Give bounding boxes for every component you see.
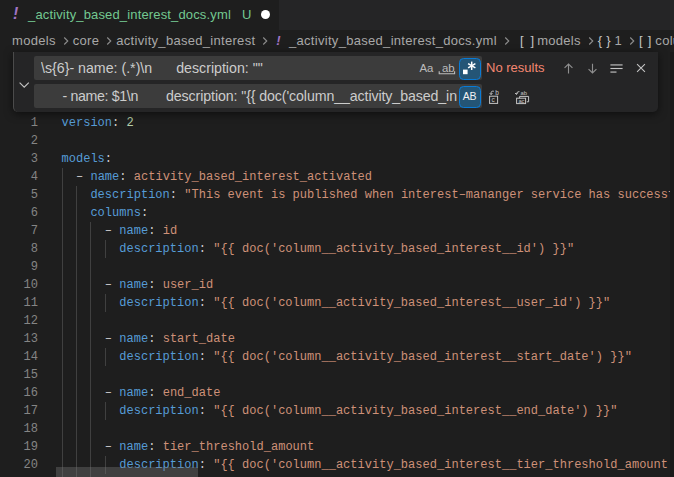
svg-text:ac: ac xyxy=(518,98,524,104)
svg-text:b: b xyxy=(495,90,499,96)
svg-text:ab: ab xyxy=(442,62,455,74)
svg-text:c: c xyxy=(492,96,496,103)
svg-text:Aa: Aa xyxy=(420,62,435,74)
svg-text:ab: ab xyxy=(521,90,527,96)
